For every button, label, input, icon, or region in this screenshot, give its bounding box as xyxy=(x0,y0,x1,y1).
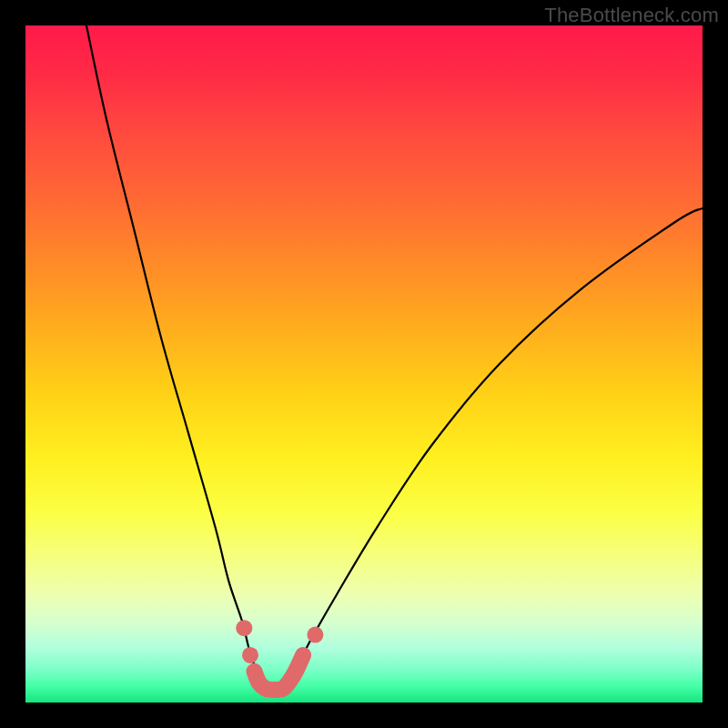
marker-left-lower xyxy=(242,647,258,663)
chart-frame: TheBottleneck.com xyxy=(0,0,728,728)
marker-left-upper xyxy=(236,620,252,636)
attribution-text: TheBottleneck.com xyxy=(544,4,719,27)
bottleneck-curve xyxy=(86,25,703,690)
plot-area xyxy=(25,25,703,703)
trough-highlight xyxy=(254,655,303,690)
curve-layer xyxy=(25,25,703,703)
marker-right-upper xyxy=(307,627,323,643)
